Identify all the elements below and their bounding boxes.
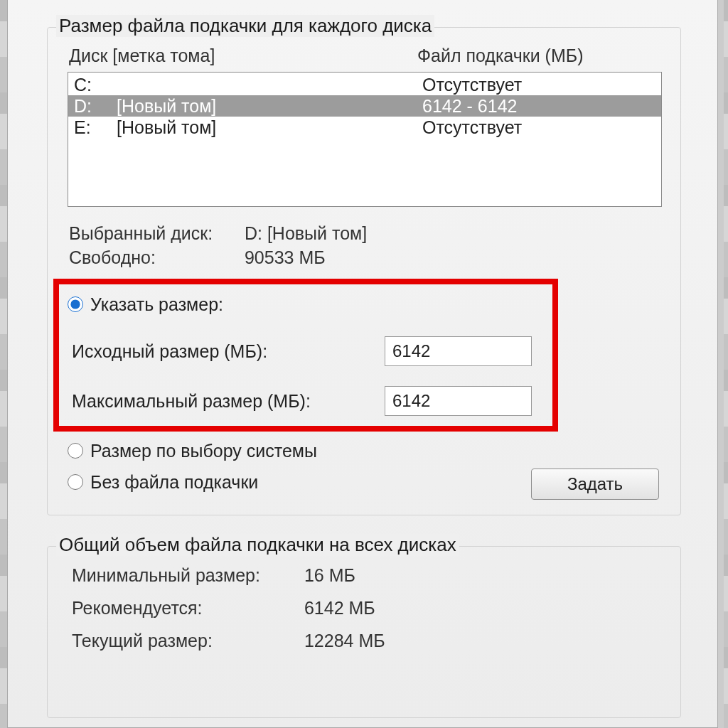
selected-drive-value: D: [Новый том]: [245, 223, 367, 244]
drive-list[interactable]: C: Отсутствует D: [Новый том] 6142 - 614…: [68, 72, 662, 207]
total-cur-label: Текущий размер:: [72, 631, 299, 651]
drive-paging-value: 6142 - 6142: [422, 95, 517, 117]
col-header-drive: Диск [метка тома]: [69, 46, 215, 66]
total-values: Минимальный размер: 16 МБ Рекомендуется:…: [72, 565, 385, 663]
initial-size-label: Исходный размер (МБ):: [72, 341, 385, 362]
radio-custom-size-input[interactable]: [68, 296, 83, 312]
set-button[interactable]: Задать: [531, 469, 659, 500]
free-space-label: Свободно:: [69, 247, 240, 268]
groupbox-per-drive-legend: Размер файла подкачки для каждого диска: [56, 15, 434, 37]
drive-row[interactable]: E: [Новый том] Отсутствует: [68, 117, 661, 138]
max-size-field[interactable]: [385, 386, 532, 416]
radio-system-managed-label: Размер по выбору системы: [90, 441, 317, 461]
col-header-paging: Файл подкачки (МБ): [417, 46, 583, 66]
drive-letter: D:: [74, 95, 117, 117]
groupbox-total-legend: Общий объем файла подкачки на всех диска…: [56, 534, 459, 556]
drive-volume-label: [Новый том]: [117, 117, 422, 138]
groupbox-per-drive: Размер файла подкачки для каждого диска …: [47, 27, 681, 515]
virtual-memory-dialog: Размер файла подкачки для каждого диска …: [7, 0, 718, 728]
groupbox-total: Общий объем файла подкачки на всех диска…: [47, 546, 681, 718]
radio-custom-size[interactable]: Указать размер:: [68, 292, 223, 316]
total-min-label: Минимальный размер:: [72, 565, 299, 586]
drive-letter: E:: [74, 117, 117, 138]
drive-paging-value: Отсутствует: [422, 74, 522, 95]
radio-no-paging-input[interactable]: [68, 474, 83, 490]
selected-drive-label: Выбранный диск:: [69, 223, 240, 244]
drive-row[interactable]: C: Отсутствует: [68, 74, 661, 95]
drive-volume-label: [117, 74, 422, 95]
decorative-blur-right: [724, 0, 728, 728]
total-rec-label: Рекомендуется:: [72, 598, 299, 619]
radio-custom-size-label: Указать размер:: [90, 294, 223, 315]
radio-no-paging[interactable]: Без файла подкачки: [68, 470, 258, 494]
total-cur-value: 12284 МБ: [304, 631, 385, 651]
max-size-label: Максимальный размер (МБ):: [72, 391, 385, 412]
drive-paging-value: Отсутствует: [422, 117, 522, 138]
drive-volume-label: [Новый том]: [117, 95, 422, 117]
custom-size-inputs: Исходный размер (МБ): Максимальный разме…: [72, 326, 532, 426]
selected-drive-info: Выбранный диск: D: [Новый том] Свободно:…: [69, 223, 367, 272]
radio-no-paging-label: Без файла подкачки: [90, 472, 258, 493]
radio-system-managed[interactable]: Размер по выбору системы: [68, 439, 317, 463]
total-min-value: 16 МБ: [304, 565, 355, 586]
free-space-value: 90533 МБ: [245, 247, 326, 268]
drive-row[interactable]: D: [Новый том] 6142 - 6142: [68, 95, 661, 117]
radio-system-managed-input[interactable]: [68, 443, 83, 459]
initial-size-field[interactable]: [385, 336, 532, 366]
drive-letter: C:: [74, 74, 117, 95]
decorative-blur-left: [0, 0, 7, 728]
total-rec-value: 6142 МБ: [304, 598, 375, 619]
